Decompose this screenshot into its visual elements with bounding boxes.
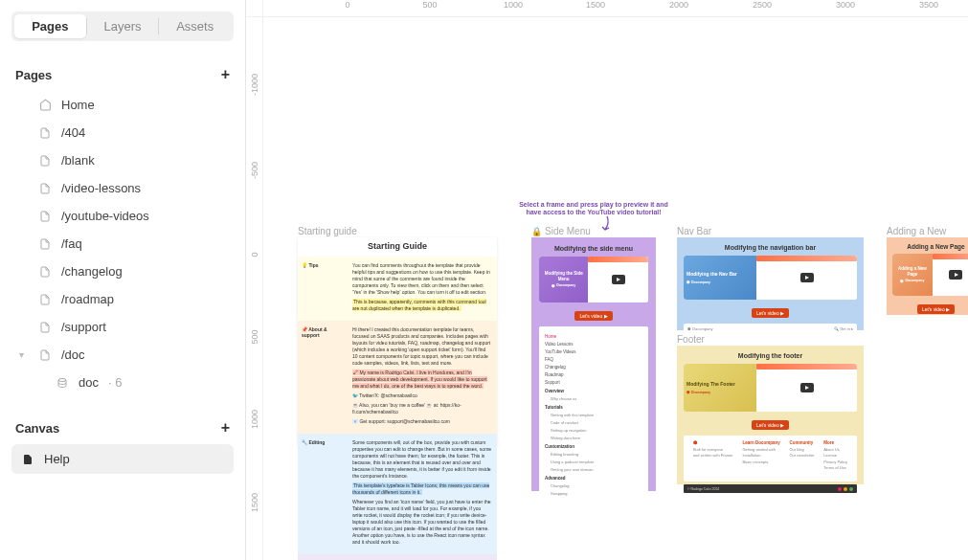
page-label: /roadmap [61, 292, 114, 306]
side-video-button[interactable]: Let's video ▶ [574, 311, 612, 321]
page-label: /changelog [61, 264, 123, 279]
page-child-label: doc [79, 375, 99, 390]
page-label: /video-lessons [61, 181, 141, 195]
page-item-404[interactable]: /404 [11, 119, 234, 146]
editing-body: Some components will, out of the box, pr… [348, 434, 497, 554]
file-icon [38, 210, 52, 223]
frame-starting-guide[interactable]: Starting Guide 💡 Tips You can find comme… [298, 237, 497, 446]
file-filled-icon [21, 453, 34, 466]
lock-icon: 🔒 [531, 227, 542, 236]
canvas-section-header: Canvas + [11, 412, 234, 444]
page-label: /doc [61, 347, 85, 362]
add-page-button[interactable]: + [221, 66, 230, 83]
tab-assets[interactable]: Assets [159, 14, 231, 38]
play-icon[interactable] [949, 270, 962, 280]
footer-grid-preview: ⬢ Built for everyone and written with Fr… [684, 436, 857, 482]
tab-layers[interactable]: Layers [87, 14, 159, 38]
page-item-video-lessons[interactable]: /video-lessons [11, 174, 234, 202]
file-icon [38, 265, 52, 279]
file-icon [38, 293, 52, 306]
page-item-doc-child[interactable]: doc · 6 [11, 369, 234, 396]
page-item-support[interactable]: /support [11, 313, 234, 341]
file-icon [38, 348, 52, 362]
page-item-changelog[interactable]: /changelog [11, 258, 234, 285]
file-icon [38, 321, 52, 334]
footer-title: Modifying the footer [684, 352, 857, 359]
add-video-button[interactable]: Let's video ▶ [917, 304, 955, 314]
add-video-thumb: Adding a New Page Docompany [892, 254, 968, 296]
icons-head: 🔶 Icons [298, 554, 348, 560]
play-icon[interactable] [800, 273, 814, 282]
ruler-vertical: -1000 -500 0 500 1000 1500 [246, 17, 263, 560]
editing-head: 🔧 Editing [298, 434, 348, 554]
canvas-item-label: Help [44, 452, 70, 466]
panel-tabs: Pages Layers Assets [11, 11, 234, 41]
frame-adding-page[interactable]: Adding a New Page Adding a New Page Doco… [887, 237, 968, 315]
tips-head: 💡 Tips [298, 257, 348, 321]
side-video-thumb: Modifying the Side Menu Docompany [539, 257, 648, 302]
footer-bar-preview: © Rodrigo Calvi 2024 [684, 484, 857, 493]
page-item-faq[interactable]: /faq [11, 230, 234, 258]
pages-section-header: Pages + [11, 58, 234, 91]
page-label: /support [61, 320, 106, 334]
ruler-corner [246, 0, 263, 17]
page-label: /faq [61, 236, 82, 251]
page-item-roadmap[interactable]: /roadmap [11, 285, 234, 313]
icons-body: If the icon name you entered is not avai… [348, 554, 497, 560]
callout-text: Select a frame and press play to preview… [512, 201, 675, 217]
page-list: Home /404 /blank /video-lessons /youtube… [11, 91, 234, 396]
file-icon [38, 154, 52, 168]
svg-point-0 [58, 378, 66, 381]
page-label: /blank [61, 153, 95, 168]
play-icon[interactable] [612, 275, 625, 284]
page-item-youtube-videos[interactable]: /youtube-videos [11, 202, 234, 230]
canvas-item-help[interactable]: Help [11, 444, 234, 474]
frame-label-nav[interactable]: Nav Bar [677, 226, 711, 236]
side-menu-preview: Home Video Lessons YouTube Videos FAQ Ch… [539, 326, 648, 503]
sidebar: Pages Layers Assets Pages + Home /404 /b… [0, 0, 246, 560]
canvas-section-title: Canvas [15, 421, 59, 436]
tab-pages[interactable]: Pages [14, 14, 86, 38]
pages-section-title: Pages [15, 68, 52, 82]
frame-label-side[interactable]: 🔒Side Menu [531, 226, 591, 236]
footer-video-thumb: Modifying The Footer Docompany [684, 364, 857, 412]
file-icon [38, 126, 52, 140]
play-icon[interactable] [800, 383, 814, 392]
page-label: /404 [61, 125, 85, 140]
frame-label-footer[interactable]: Footer [677, 334, 705, 345]
chevron-down-icon[interactable]: ▾ [19, 349, 29, 360]
frame-label-starting[interactable]: Starting guide [298, 226, 357, 236]
frame-side-menu[interactable]: Modifying the side menu Modifying the Si… [531, 237, 656, 491]
about-body: Hi there! I created this documentation t… [348, 321, 497, 434]
nav-title: Modifying the navigation bar [684, 244, 857, 251]
starting-title: Starting Guide [298, 237, 497, 257]
tips-body: You can find comments throughout the tem… [348, 257, 497, 321]
add-title: Adding a New Page [892, 243, 968, 250]
home-icon [38, 99, 52, 112]
workspace[interactable]: 0 500 1000 1500 2000 2500 3000 3500 -100… [246, 0, 968, 560]
callout-arrow-icon [600, 215, 614, 233]
page-label: /youtube-videos [61, 209, 149, 223]
page-item-home[interactable]: Home [11, 91, 234, 119]
page-item-doc[interactable]: ▾ /doc [11, 341, 234, 369]
file-icon [38, 182, 52, 195]
side-title: Modifying the side menu [539, 245, 648, 252]
nav-video-button[interactable]: Let's video ▶ [752, 308, 789, 318]
ruler-horizontal: 0 500 1000 1500 2000 2500 3000 3500 [263, 0, 968, 17]
stack-icon [56, 376, 69, 390]
page-label: Home [61, 98, 95, 112]
page-item-blank[interactable]: /blank [11, 146, 234, 174]
nav-video-thumb: Modifying the Nav Bar Docompany [684, 256, 857, 300]
footer-video-button[interactable]: Let's video ▶ [752, 420, 789, 430]
file-icon [38, 237, 52, 251]
nav-strip-preview: ⬢ Docompany 🔍 Get in ▸ [684, 324, 857, 333]
add-canvas-button[interactable]: + [221, 419, 230, 437]
frame-nav-bar[interactable]: Modifying the navigation bar Modifying t… [677, 237, 864, 330]
page-child-count: · 6 [108, 375, 122, 390]
canvas-area[interactable]: Select a frame and press play to preview… [263, 17, 968, 560]
frame-footer[interactable]: Modifying the footer Modifying The Foote… [677, 346, 864, 484]
about-head: 📌 About & support [298, 321, 348, 434]
